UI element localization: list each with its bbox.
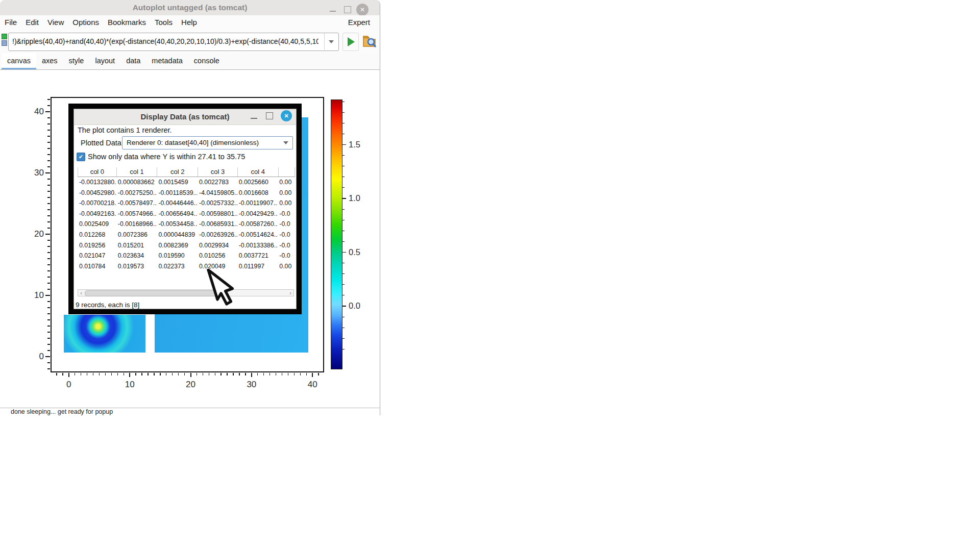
column-header[interactable]: col 3 [198,167,238,177]
menu-item-help[interactable]: Help [181,15,197,29]
y-axis-minor-tick [47,350,50,350]
scroll-left-icon[interactable]: ‹ [78,290,84,296]
plotted-data-combobox[interactable]: Renderer 0: dataset[40,40] (dimensionles… [122,136,293,149]
y-axis-minor-tick [47,203,50,204]
table-cell: -0.00133386... [237,240,278,251]
expert-mode-label[interactable]: Expert [348,15,370,29]
x-axis-minor-tick [227,373,227,375]
tab-canvas[interactable]: canvas [2,53,36,69]
tab-console[interactable]: console [188,53,225,69]
x-axis-minor-tick [306,373,307,375]
table-row[interactable]: 0.0122680.00723860.000044839-0.00263926.… [78,230,295,240]
window-titlebar[interactable]: Autoplot untagged (as tomcat) ✕ [0,0,380,16]
tab-axes[interactable]: axes [36,53,63,69]
colorbar-tick-label: 1.5 [349,140,370,149]
y-axis-minor-tick [47,252,50,253]
y-axis-minor-tick [47,325,50,326]
minimize-icon[interactable] [330,11,336,12]
horizontal-scrollbar[interactable]: ‹ › [78,289,294,296]
filter-checkbox[interactable]: ✔ [77,153,85,161]
tab-data[interactable]: data [120,53,146,69]
menu-item-edit[interactable]: Edit [26,15,39,29]
close-icon[interactable]: ✕ [356,4,369,16]
y-axis-minor-tick [47,332,50,332]
uri-text[interactable]: !)&ripples(40,40)+rand(40,40)*(exp(-dist… [12,33,318,50]
dialog-close-icon[interactable]: ✕ [281,110,292,121]
table-cell: -0.00132880... [78,177,116,188]
scrollbar-thumb[interactable] [85,290,217,296]
table-row[interactable]: -0.00132880...0.0000836620.00154590.0022… [78,177,295,188]
y-axis-minor-tick [47,215,50,216]
tab-layout[interactable]: layout [89,53,120,69]
menu-items: FileEditViewOptionsBookmarksToolsHelp [0,15,380,29]
menu-item-file[interactable]: File [5,15,17,29]
y-axis-minor-tick [47,105,50,106]
y-axis-tick [45,172,50,173]
tab-metadata[interactable]: metadata [146,53,188,69]
menu-item-options[interactable]: Options [72,15,99,29]
menu-item-bookmarks[interactable]: Bookmarks [108,15,146,29]
inspect-uri-button[interactable] [362,33,377,49]
table-cell: 0.00 [278,198,295,209]
table-row[interactable]: 0.0025409-0.00168966...-0.00534458...-0.… [78,219,295,230]
table-cell: 0.00 [278,261,295,272]
table-cell: -0.00263926... [198,230,237,240]
colorbar-minor-tick [342,187,345,188]
table-body: -0.00132880...0.0000836620.00154590.0022… [78,177,295,271]
colorbar-minor-tick [342,220,345,220]
y-axis-tick-label: 30 [29,168,44,178]
table-cell: -0.00452980... [78,188,116,198]
menu-item-tools[interactable]: Tools [155,15,173,29]
colorbar-tick [342,252,346,253]
menu-item-view[interactable]: View [47,15,64,29]
uri-field[interactable]: !)&ripples(40,40)+rand(40,40)*(exp(-dist… [8,33,339,51]
tab-bar: canvasaxesstylelayoutdatametadataconsole [0,53,380,70]
table-cell: -4.04159805... [198,188,237,198]
dialog-minimize-icon[interactable] [251,118,257,119]
column-header[interactable]: col 4 [238,167,279,177]
colorbar-minor-tick [342,241,345,242]
colorbar-minor-tick [342,166,345,166]
table-cell: 0.023634 [116,251,157,261]
table-row[interactable]: -0.00452980...-0.00275250...-0.00118539.… [78,188,295,198]
y-axis-minor-tick [47,270,50,271]
column-header[interactable] [279,167,295,177]
scroll-right-icon[interactable]: › [287,290,293,296]
table-row[interactable]: -0.00492163...-0.00574966...-0.00656494.… [78,209,295,219]
x-axis-minor-tick [105,373,106,375]
x-axis-minor-tick [148,373,148,375]
window-title: Autoplot untagged (as tomcat) [0,0,380,15]
uri-dropdown[interactable] [324,33,338,50]
maximize-icon[interactable] [344,6,351,13]
table-cell: -0.00168966... [116,219,157,230]
table-cell: -0.0 [278,240,295,251]
x-axis-minor-tick [288,373,288,375]
colorbar-minor-tick [342,123,345,123]
colorbar-gradient[interactable] [331,99,342,369]
go-button[interactable] [342,33,359,51]
data-source-blue-icon [2,40,7,46]
y-axis-tick [45,295,50,296]
tab-style[interactable]: style [63,53,90,69]
column-header[interactable]: col 1 [117,167,158,177]
y-axis-minor-tick [47,185,50,185]
dialog-maximize-icon[interactable] [266,112,273,119]
x-axis-minor-tick [160,373,160,375]
table-cell: -0.00257332... [198,198,237,209]
table-row[interactable]: 0.0192560.0152010.00823690.0029934-0.001… [78,240,295,251]
table-row[interactable]: -0.00700218...-0.00578497...-0.00446446.… [78,198,295,209]
x-axis-tick-label: 10 [121,380,138,390]
table-header-row: col 0col 1col 2col 3col 4 [78,167,295,177]
y-axis-minor-tick [47,258,50,259]
x-axis-minor-tick [203,373,203,375]
autoplot-window: Autoplot untagged (as tomcat) ✕ FileEdit… [0,0,380,415]
table-row[interactable]: 0.0210470.0236340.0195900.0102560.003772… [78,251,295,261]
column-header[interactable]: col 0 [78,167,117,177]
table-cell: 0.0015459 [157,177,198,188]
table-row[interactable]: 0.0107840.0195730.0223730.0200490.011997… [78,261,295,272]
column-header[interactable]: col 2 [157,167,198,177]
table-cell: 0.015201 [116,240,157,251]
x-axis-minor-tick [294,373,295,375]
play-icon [348,37,355,46]
dialog-titlebar[interactable]: Display Data (as tomcat) ✕ [74,109,296,125]
